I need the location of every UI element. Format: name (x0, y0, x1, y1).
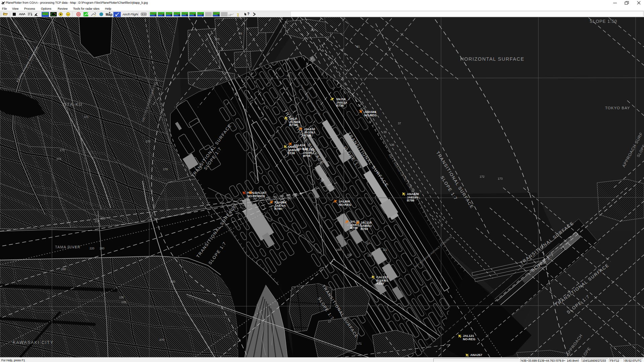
svg-text:JA331J: JA331J (350, 223, 361, 227)
svg-text:219: 219 (95, 220, 99, 223)
svg-text:ARP: ARP (321, 178, 330, 182)
svg-text:Flight: Flight (130, 12, 139, 16)
svg-text:JA811X: JA811X (336, 101, 347, 104)
svg-text:214: 214 (101, 217, 105, 220)
svg-text:123: 123 (215, 38, 219, 41)
svg-text:HORIZONTAL SURFACE: HORIZONTAL SURFACE (460, 56, 524, 62)
svg-text:117: 117 (365, 241, 370, 245)
svg-text:9: 9 (218, 13, 219, 17)
svg-text:SLOPE 1:50: SLOPE 1:50 (590, 19, 617, 24)
svg-text:16: 16 (346, 223, 350, 227)
svg-text:31: 31 (357, 45, 360, 48)
svg-text:7: 7 (202, 13, 204, 17)
svg-text:170: 170 (163, 168, 168, 171)
svg-text:171: 171 (84, 115, 89, 119)
svg-text:JAL9: JAL9 (289, 117, 297, 120)
svg-text:TOKYO BAY: TOKYO BAY (605, 106, 630, 110)
svg-text:172: 172 (480, 175, 484, 178)
svg-text:NO-REG: NO-REG (339, 203, 351, 206)
svg-text:OTA-KU: OTA-KU (63, 102, 83, 107)
svg-text:43: 43 (312, 28, 315, 32)
svg-text:ANA257: ANA257 (470, 353, 482, 357)
svg-text:288: 288 (61, 267, 66, 271)
svg-text:B738: B738 (287, 152, 295, 155)
svg-text:110: 110 (367, 254, 372, 257)
svg-text:B788: B788 (407, 199, 414, 202)
svg-text:JAL118: JAL118 (361, 221, 372, 224)
svg-text:173: 173 (498, 177, 502, 180)
svg-text:Aircft: Aircft (122, 12, 130, 16)
svg-text:NO-REG: NO-REG (463, 338, 475, 341)
svg-text:150: 150 (347, 253, 352, 256)
svg-text:17: 17 (328, 320, 331, 323)
svg-text:4: 4 (178, 13, 180, 17)
svg-text:39: 39 (383, 130, 387, 134)
svg-text:B738: B738 (304, 134, 311, 137)
svg-text:126: 126 (121, 300, 126, 304)
svg-text:170: 170 (146, 140, 150, 143)
svg-text:B789: B789 (274, 207, 282, 210)
svg-text:?: ? (247, 12, 250, 16)
svg-text:220: 220 (90, 247, 94, 250)
svg-text:470: 470 (159, 338, 164, 342)
svg-text:JAL610: JAL610 (304, 127, 315, 131)
svg-text:120: 120 (170, 280, 175, 283)
svg-text:36: 36 (391, 143, 394, 146)
svg-text:ANA864: ANA864 (274, 201, 286, 204)
svg-text:43: 43 (287, 74, 290, 77)
svg-text:89: 89 (239, 32, 242, 35)
svg-text:B738: B738 (350, 226, 358, 230)
svg-text:168: 168 (336, 248, 341, 251)
svg-text:JA603J: JA603J (361, 224, 372, 228)
svg-text:KAWASAKI CITY: KAWASAKI CITY (13, 340, 54, 345)
svg-text:91: 91 (350, 230, 353, 233)
svg-text:NO-REG: NO-REG (364, 114, 377, 117)
svg-text:B738: B738 (303, 154, 310, 158)
svg-text:B77W: B77W (289, 123, 298, 127)
svg-text:172: 172 (56, 157, 61, 161)
svg-text:B738: B738 (336, 104, 343, 107)
svg-text:37: 37 (398, 122, 401, 125)
svg-text:A333: A333 (376, 282, 384, 285)
svg-text:JAL906: JAL906 (339, 200, 350, 203)
svg-text:6: 6 (194, 13, 196, 17)
svg-text:2: 2 (163, 13, 164, 17)
svg-text:JA7404: JA7404 (289, 120, 300, 124)
svg-text:B763: B763 (361, 227, 368, 231)
svg-text:5: 5 (186, 13, 188, 17)
svg-text:CAL221: CAL221 (376, 276, 388, 279)
svg-text:111: 111 (383, 248, 387, 251)
svg-text:ANA678: ANA678 (407, 192, 419, 196)
svg-text:SNJ16: SNJ16 (336, 98, 345, 101)
svg-text:JA329J: JA329J (304, 131, 315, 134)
svg-text:130: 130 (119, 296, 124, 299)
svg-text:280: 280 (100, 247, 104, 250)
svg-text:171: 171 (357, 342, 362, 345)
svg-text:1: 1 (155, 13, 156, 17)
svg-text:JA879A: JA879A (274, 204, 286, 207)
svg-text:NO-R30: NO-R30 (297, 147, 308, 150)
svg-text:JA336J: JA336J (303, 151, 314, 155)
svg-text:B-18301: B-18301 (376, 279, 388, 282)
svg-text:3: 3 (170, 13, 172, 17)
svg-text:JA819A: JA819A (407, 196, 418, 199)
svg-text:TAMA RIVER: TAMA RIVER (55, 245, 80, 249)
svg-text:Map: Map (106, 13, 112, 16)
svg-text:ANA566: ANA566 (364, 110, 376, 114)
svg-text:173: 173 (60, 148, 64, 152)
svg-text:JAL121: JAL121 (463, 334, 474, 338)
svg-text:NO-RE65DX: NO-RE65DX (247, 194, 265, 198)
